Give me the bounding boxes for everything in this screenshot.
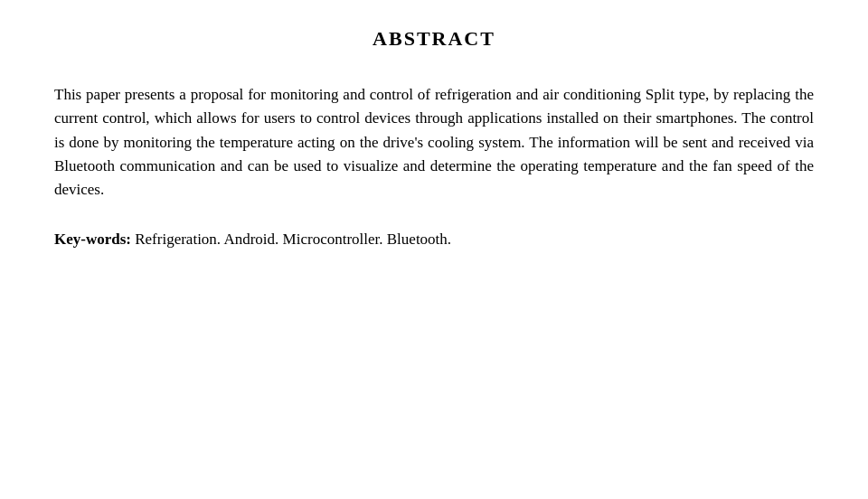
- abstract-title: ABSTRACT: [373, 27, 495, 51]
- keywords-label: Key-words:: [54, 231, 131, 248]
- keywords: Key-words: Refrigeration. Android. Micro…: [54, 228, 814, 251]
- abstract-body: This paper presents a proposal for monit…: [54, 83, 814, 202]
- keywords-text: Refrigeration. Android. Microcontroller.…: [131, 231, 451, 248]
